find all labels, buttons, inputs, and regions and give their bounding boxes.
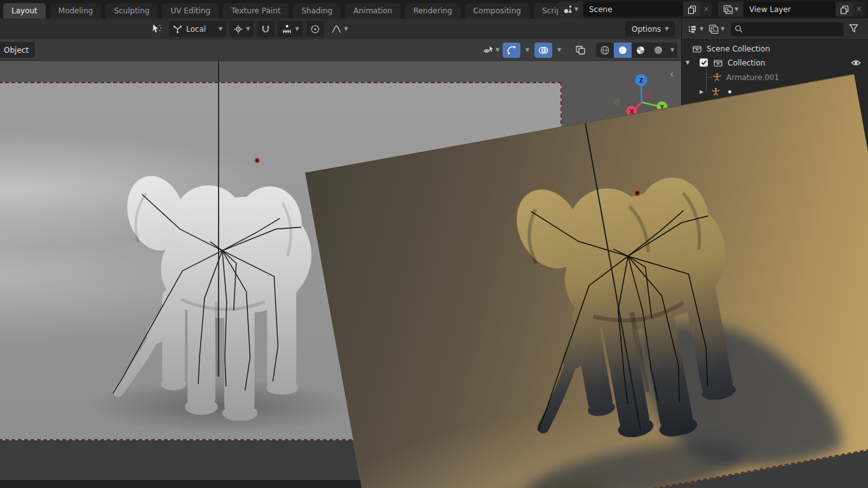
pivot-point-icon [233, 24, 243, 34]
eye-icon[interactable] [851, 59, 861, 67]
xray-icon [575, 45, 586, 55]
tab-label: Compositing [473, 6, 521, 15]
display-mode-dropdown[interactable]: ▼ [709, 24, 724, 34]
funnel-icon [849, 24, 858, 33]
mode-dropdown[interactable]: Object [0, 42, 35, 58]
tab-sculpting[interactable]: Sculpting [105, 3, 158, 18]
light-object[interactable] [254, 158, 260, 163]
workspace-tabs: Layout Modeling Sculpting UV Editing Tex… [0, 0, 607, 18]
tab-label: Modeling [58, 6, 93, 15]
scene-name: Scene [589, 5, 613, 14]
chevron-down-icon: ▼ [246, 27, 250, 32]
new-scene-button[interactable] [683, 2, 700, 17]
tab-animation[interactable]: Animation [345, 3, 400, 18]
tab-modeling[interactable]: Modeling [50, 3, 102, 18]
tab-texture-paint[interactable]: Texture Paint [223, 3, 288, 18]
options-dropdown[interactable]: Options ▼ [625, 21, 675, 37]
snap-increment-icon [281, 24, 292, 34]
row-label: Scene Collection [707, 44, 770, 53]
tab-shading[interactable]: Shading [293, 3, 341, 18]
bone-dot-icon [728, 90, 731, 93]
tab-layout[interactable]: Layout [3, 3, 46, 18]
sidebar-toggle-arrow[interactable]: ‹ [670, 69, 674, 80]
scene-selector: ▼ Scene ✕ [558, 2, 712, 17]
scene-browse-button[interactable]: ▼ [558, 2, 583, 17]
show-overlays-toggle[interactable] [534, 43, 552, 58]
shading-solid-button[interactable] [614, 43, 632, 58]
chevron-down-icon: ▼ [735, 7, 738, 12]
chevron-down-icon: ▼ [721, 27, 724, 32]
shading-mode-group: ▼ [596, 43, 677, 58]
scene-name-field[interactable]: Scene [583, 2, 683, 17]
shading-rendered-button[interactable] [649, 43, 667, 58]
chevron-down-icon: ▼ [219, 27, 222, 32]
snap-target-dropdown[interactable]: ▼ [278, 21, 302, 37]
shading-material-button[interactable] [632, 43, 649, 58]
view-layer-name: View Layer [749, 5, 791, 14]
object-visibility-icon [483, 45, 494, 55]
collection-checkbox[interactable] [700, 58, 708, 67]
gizmos-dropdown[interactable]: ▼ [522, 43, 532, 58]
armature-root-line [218, 61, 219, 377]
outliner-search-input[interactable] [731, 22, 844, 36]
show-gizmos-toggle[interactable] [503, 43, 520, 58]
outliner-editor-icon [687, 24, 698, 34]
pivot-point-dropdown[interactable]: ▼ [229, 21, 254, 37]
object-visibility-dropdown[interactable]: ▼ [482, 43, 501, 58]
view-layer-name-field[interactable]: View Layer [743, 2, 836, 17]
proportional-falloff-dropdown[interactable]: ▼ [327, 21, 352, 37]
row-label: Collection [728, 58, 765, 67]
tab-label: Sculpting [114, 6, 149, 15]
outliner-row-scene-collection[interactable]: Scene Collection [682, 42, 868, 55]
transform-orientation-dropdown[interactable]: Local ▼ [169, 21, 226, 37]
chevron-down-icon: ▼ [557, 48, 561, 53]
blender-window: Layout Modeling Sculpting UV Editing Tex… [0, 0, 868, 488]
shading-solid-icon [618, 45, 628, 55]
view-layer-icon [723, 4, 733, 15]
elephant-body [501, 152, 757, 459]
tab-uv-editing[interactable]: UV Editing [162, 3, 219, 18]
chevron-down-icon: ▼ [665, 27, 668, 32]
tweak-select-icon [151, 24, 162, 34]
filter-button[interactable] [849, 24, 858, 35]
overlays-icon [538, 45, 548, 55]
elephant-object-solid[interactable] [86, 168, 315, 421]
options-label: Options [632, 25, 661, 34]
scene-icon [563, 4, 573, 15]
disclosure-triangle-icon[interactable]: ▼ [684, 60, 691, 65]
outliner-header: ▼ ▼ [682, 18, 868, 40]
elephant-body [119, 169, 311, 421]
copy-icon [688, 5, 696, 14]
view-layer-browse-button[interactable]: ▼ [718, 2, 743, 17]
tweak-select-tool-button[interactable] [147, 21, 166, 37]
falloff-curve-icon [331, 24, 342, 34]
overlays-dropdown[interactable]: ▼ [554, 43, 564, 58]
tab-rendering[interactable]: Rendering [405, 3, 460, 18]
shading-wireframe-button[interactable] [596, 43, 614, 58]
axis-neg-x[interactable] [645, 92, 652, 99]
chevron-down-icon: ▼ [526, 48, 529, 53]
row-label: Armature.001 [726, 73, 779, 82]
axis-neg-y[interactable] [614, 98, 621, 105]
tab-compositing[interactable]: Compositing [465, 3, 529, 18]
proportional-editing-button[interactable] [306, 21, 324, 37]
new-view-layer-button[interactable] [836, 2, 853, 17]
collection-icon [692, 44, 702, 53]
chevron-down-icon: ▼ [670, 48, 674, 53]
tab-label: Shading [301, 6, 332, 15]
collection-icon [713, 58, 723, 67]
remove-view-layer-button[interactable]: ✕ [853, 2, 865, 17]
chevron-down-icon: ▼ [574, 7, 578, 12]
viewport-header-icons: ▼ ▼ [482, 42, 677, 58]
tab-label: Texture Paint [231, 6, 280, 15]
unlink-scene-button[interactable]: ✕ [700, 2, 712, 17]
orientation-axes-icon [173, 24, 182, 34]
outliner-row-collection[interactable]: ▼ Collection [682, 56, 868, 69]
chevron-down-icon: ▼ [700, 27, 703, 32]
xray-toggle[interactable] [571, 43, 589, 58]
close-icon: ✕ [856, 5, 862, 13]
shading-dropdown[interactable]: ▼ [667, 43, 677, 58]
snap-toggle-button[interactable] [257, 21, 275, 37]
disclosure-triangle-icon[interactable]: ▶ [698, 89, 705, 95]
editor-type-dropdown[interactable]: ▼ [687, 24, 703, 34]
